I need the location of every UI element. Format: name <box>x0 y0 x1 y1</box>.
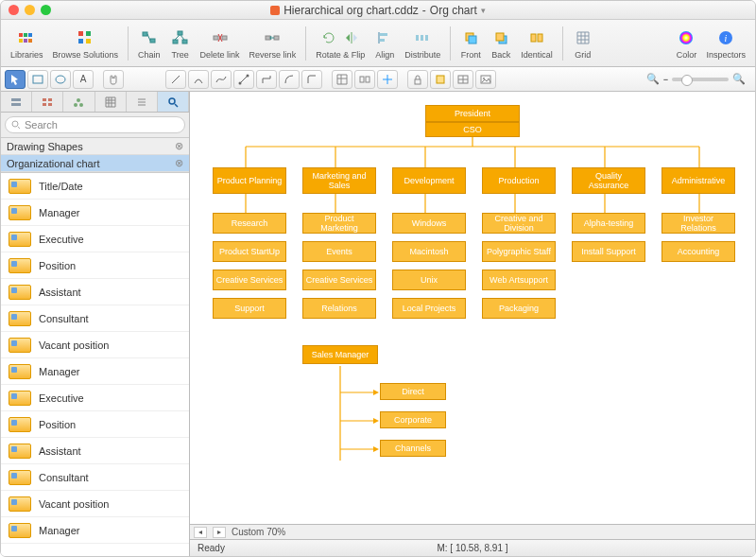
org-box[interactable]: CSO <box>425 122 520 137</box>
org-box[interactable]: Creative Services <box>213 270 286 290</box>
org-box[interactable]: Administrative <box>662 167 735 194</box>
shape-item[interactable]: Assistant <box>1 438 189 464</box>
shape-item[interactable]: Manager <box>1 517 189 544</box>
org-box[interactable]: Production <box>482 167 556 194</box>
spline-tool[interactable] <box>211 70 232 89</box>
side-tab-grid[interactable] <box>95 92 127 112</box>
toolbar-delete-link[interactable]: Delete link <box>197 27 244 60</box>
org-box[interactable]: Product Planning <box>213 167 286 194</box>
table-tool[interactable] <box>453 70 473 89</box>
connector-smart-tool[interactable] <box>256 70 277 89</box>
prev-page-button[interactable]: ◂ <box>194 527 207 538</box>
toolbar-tree[interactable]: Tree <box>166 27 195 60</box>
category-row[interactable]: Organizational chart⊗ <box>1 155 189 172</box>
shape-item[interactable]: Vacant position <box>1 491 189 517</box>
toolbar-color[interactable]: Color <box>672 27 700 60</box>
org-box[interactable]: Accounting <box>662 241 735 262</box>
org-box[interactable]: Web Artsupport <box>482 270 556 290</box>
side-tab-3[interactable] <box>63 92 94 112</box>
snap-object-tool[interactable] <box>354 70 375 89</box>
zoom-slider[interactable] <box>672 78 729 81</box>
zoom-label[interactable]: Custom 70% <box>232 527 285 537</box>
org-box[interactable]: Install Support <box>572 241 645 262</box>
org-box[interactable]: Investor Relations <box>662 213 735 234</box>
side-tab-1[interactable] <box>1 92 32 112</box>
shape-item[interactable]: Executive <box>1 226 189 252</box>
org-box[interactable]: Quality Assurance <box>572 167 645 194</box>
snap-grid-tool[interactable] <box>332 70 352 89</box>
org-box[interactable]: Local Projects <box>392 298 466 319</box>
snap-guides-tool[interactable] <box>377 70 398 89</box>
org-box[interactable]: Events <box>302 241 376 262</box>
shape-item[interactable]: Executive <box>1 385 189 411</box>
hypernote-tool[interactable] <box>430 70 451 89</box>
shape-item[interactable]: Consultant <box>1 305 189 332</box>
chevron-down-icon[interactable]: ▾ <box>481 6 486 15</box>
side-tab-search[interactable] <box>158 92 189 112</box>
toolbar-front[interactable]: Front <box>456 27 485 60</box>
next-page-button[interactable]: ▸ <box>213 527 226 538</box>
close-icon[interactable]: ⊗ <box>175 140 183 152</box>
toolbar-browse-solutions[interactable]: Browse Solutions <box>49 27 123 60</box>
org-box[interactable]: Macintosh <box>392 241 466 262</box>
toolbar-chain[interactable]: Chain <box>134 27 164 60</box>
category-row[interactable]: Drawing Shapes⊗ <box>1 138 189 155</box>
connector-round-tool[interactable] <box>301 70 322 89</box>
shape-item[interactable]: Position <box>1 411 189 438</box>
canvas[interactable]: PresidentCSOProduct PlanningMarketing an… <box>190 92 755 524</box>
close-icon[interactable]: ⊗ <box>175 157 183 169</box>
maximize-window-button[interactable] <box>41 5 51 15</box>
toolbar-identical[interactable]: Identical <box>517 27 557 60</box>
side-tab-2[interactable] <box>32 92 63 112</box>
shape-item[interactable]: Position <box>1 252 189 279</box>
search-input[interactable]: Search <box>5 116 185 133</box>
org-box[interactable]: Development <box>392 167 466 194</box>
org-box[interactable]: Product Marketing <box>302 213 376 234</box>
shape-item[interactable]: Manager <box>1 358 189 385</box>
ellipse-tool[interactable] <box>50 70 71 89</box>
arc-tool[interactable] <box>188 70 209 89</box>
zoom-in-icon[interactable]: 🔍 <box>732 73 746 85</box>
rect-tool[interactable] <box>27 70 48 89</box>
toolbar-align[interactable]: Align <box>370 27 399 60</box>
shape-item[interactable]: Consultant <box>1 464 189 491</box>
toolbar-distribute[interactable]: Distribute <box>401 27 444 60</box>
picture-tool[interactable] <box>475 70 496 89</box>
org-box[interactable]: Corporate <box>380 411 446 428</box>
org-box[interactable]: Unix <box>392 270 466 290</box>
hand-tool[interactable] <box>103 70 124 89</box>
close-window-button[interactable] <box>9 5 19 15</box>
org-box[interactable]: President <box>425 105 520 122</box>
toolbar-rotate-flip[interactable]: Rotate & Flip <box>312 27 369 60</box>
org-box[interactable]: Relations <box>302 298 376 319</box>
pointer-tool[interactable] <box>5 70 26 89</box>
org-box[interactable]: Creative Services <box>302 270 376 290</box>
org-box[interactable]: Alpha-testing <box>572 213 645 234</box>
toolbar-grid[interactable]: Grid <box>569 27 597 60</box>
toolbar-libraries[interactable]: Libraries <box>7 27 47 60</box>
org-box[interactable]: Creative and Division <box>482 213 556 234</box>
org-box[interactable]: Polygraphic Staff <box>482 241 556 262</box>
connector-direct-tool[interactable] <box>233 70 254 89</box>
org-box[interactable]: Marketing and Sales <box>302 167 376 194</box>
line-tool[interactable] <box>165 70 186 89</box>
lock-tool[interactable] <box>407 70 428 89</box>
org-box[interactable]: Windows <box>392 213 466 234</box>
toolbar-inspectors[interactable]: iInspectors <box>702 27 749 60</box>
connector-arc-tool[interactable] <box>279 70 300 89</box>
shape-library-list[interactable]: Title/DateManagerExecutivePositionAssist… <box>1 173 189 556</box>
org-box[interactable]: Channels <box>380 440 446 457</box>
org-box[interactable]: Direct <box>380 383 446 400</box>
shape-item[interactable]: Title/Date <box>1 173 189 200</box>
shape-item[interactable]: Vacant position <box>1 332 189 358</box>
org-box[interactable]: Research <box>213 213 286 234</box>
org-box[interactable]: Sales Manager <box>302 345 378 364</box>
zoom-out-icon[interactable]: 🔍 <box>646 73 660 85</box>
side-tab-list[interactable] <box>127 92 158 112</box>
shape-item[interactable]: Manager <box>1 200 189 226</box>
org-box[interactable]: Product StartUp <box>213 241 286 262</box>
minimize-window-button[interactable] <box>25 5 35 15</box>
toolbar-back[interactable]: Back <box>487 27 515 60</box>
org-box[interactable]: Support <box>213 298 286 319</box>
org-box[interactable]: Packaging <box>482 298 556 319</box>
